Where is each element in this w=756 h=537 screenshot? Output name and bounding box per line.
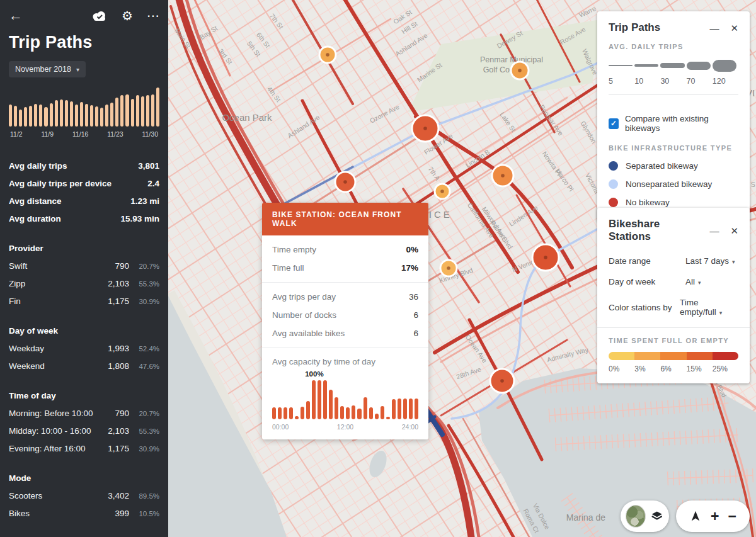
compass-arrow-icon[interactable] bbox=[689, 510, 702, 523]
line-width-legend bbox=[609, 59, 738, 72]
width-legend-segment bbox=[713, 60, 736, 72]
trip-paths-panel: Trip Paths — ✕ AVG. DAILY TRIPS 51030701… bbox=[597, 11, 750, 222]
summary-row: Avg distance1.23 mi bbox=[9, 192, 159, 210]
stat-label: Avg daily trips bbox=[9, 161, 67, 171]
stat-label: Avg distance bbox=[9, 196, 62, 206]
summary-row: Avg duration15.93 min bbox=[9, 210, 159, 227]
satellite-basemap-button[interactable] bbox=[626, 505, 646, 528]
axis-tick: 12:00 bbox=[321, 423, 369, 431]
bikeshare-panel-title: Bikeshare Stations bbox=[609, 218, 698, 243]
stat-label: Avg trips per day bbox=[272, 292, 336, 302]
chevron-down-icon: ▾ bbox=[719, 310, 723, 316]
row-value: 790 bbox=[96, 409, 129, 418]
chart-bar bbox=[346, 407, 350, 419]
row-label: Fin bbox=[9, 297, 96, 306]
chart-bar bbox=[39, 105, 42, 127]
legend-label: Nonseparated bikeway bbox=[626, 179, 712, 189]
station-marker-dot bbox=[544, 256, 547, 259]
capacity-chart-axis: 00:00 12:00 24:00 bbox=[272, 423, 418, 431]
row-label: Midday: 10:00 - 16:00 bbox=[9, 426, 96, 436]
axis-tick: 11/9 bbox=[41, 130, 54, 138]
row-value: 2,103 bbox=[96, 426, 129, 436]
bike-infrastructure-label: BIKE INFRASTRUCTURE TYPE bbox=[609, 144, 738, 152]
close-icon[interactable]: ✕ bbox=[730, 226, 738, 235]
minimize-icon[interactable]: — bbox=[709, 23, 719, 33]
back-icon[interactable]: ← bbox=[9, 9, 23, 23]
month-selector[interactable]: November 2018 ▾ bbox=[9, 61, 86, 77]
scale-label: 3% bbox=[634, 365, 660, 373]
section-title: Provider bbox=[9, 241, 159, 257]
stat-label: Avg daily trips per device bbox=[9, 179, 112, 188]
chart-bar bbox=[398, 399, 401, 419]
filter-row: Day of weekAll▾ bbox=[609, 271, 738, 292]
station-usage-stats: Avg trips per day36Number of docks6Avg a… bbox=[272, 288, 418, 342]
chart-bar bbox=[95, 106, 98, 127]
section-title: Mode bbox=[9, 471, 159, 487]
breakdown-row: Midday: 10:00 - 16:002,10355.3% bbox=[9, 422, 159, 439]
minimize-icon[interactable]: — bbox=[709, 226, 719, 235]
zoom-in-button[interactable]: + bbox=[711, 509, 719, 524]
filter-label: Day of week bbox=[609, 277, 685, 286]
page-title: Trip Paths bbox=[9, 33, 159, 52]
cloud-sync-icon[interactable] bbox=[91, 10, 108, 21]
chart-bar bbox=[80, 102, 83, 127]
chart-bar bbox=[301, 407, 304, 419]
chart-bar bbox=[369, 407, 373, 419]
station-marker-dot bbox=[326, 53, 329, 57]
breakdown-row: Swift79020.7% bbox=[9, 257, 159, 274]
station-marker-dot bbox=[518, 69, 522, 72]
map-label: Ocean Park bbox=[222, 112, 272, 123]
compare-bikeways-checkbox-row[interactable]: ✓ Compare with existing bikeways bbox=[597, 104, 750, 137]
width-legend-segment bbox=[660, 63, 684, 68]
scale-segment bbox=[634, 352, 660, 360]
infrastructure-legend: Separated bikewayNonseparated bikewayNo … bbox=[609, 157, 738, 212]
sidebar-header: ← ⚙ ⋯ bbox=[9, 8, 159, 24]
chart-bar bbox=[312, 380, 316, 419]
settings-icon[interactable]: ⚙ bbox=[122, 9, 133, 22]
filter-dropdown[interactable]: All▾ bbox=[685, 277, 701, 286]
zoom-out-button[interactable]: − bbox=[728, 509, 736, 524]
chart-bar bbox=[415, 399, 418, 419]
chart-bar bbox=[381, 406, 384, 419]
daily-trips-chart-axis: 11/211/911/1611/2311/30 bbox=[9, 130, 159, 138]
filter-row: Color stations byTime empty/full▾ bbox=[609, 292, 738, 322]
scale-label: 25% bbox=[713, 365, 738, 373]
capacity-chart bbox=[272, 380, 418, 419]
width-legend-label: 70 bbox=[687, 77, 713, 86]
chart-bar bbox=[9, 105, 12, 127]
popup-stat-row: Avg available bikes6 bbox=[272, 324, 418, 342]
close-icon[interactable]: ✕ bbox=[730, 23, 738, 33]
checkbox-checked[interactable]: ✓ bbox=[609, 118, 619, 129]
layers-icon[interactable] bbox=[650, 509, 664, 524]
breakdown-row: Weekday1,99352.4% bbox=[9, 339, 159, 357]
scale-segment bbox=[660, 352, 686, 360]
stat-value: 17% bbox=[401, 263, 418, 273]
more-menu-icon[interactable]: ⋯ bbox=[147, 9, 159, 22]
capacity-chart-annotation: 100% bbox=[305, 370, 323, 378]
chart-bar bbox=[272, 407, 276, 419]
row-percent: 55.3% bbox=[129, 427, 159, 435]
stat-label: Number of docks bbox=[272, 310, 336, 320]
axis-tick: 00:00 bbox=[272, 423, 321, 431]
section: ProviderSwift79020.7%Zipp2,10355.3%Fin1,… bbox=[9, 241, 159, 310]
scale-segment bbox=[609, 352, 634, 360]
row-value: 1,175 bbox=[96, 297, 129, 306]
axis-tick: 11/16 bbox=[72, 130, 89, 138]
filter-dropdown[interactable]: Time empty/full▾ bbox=[680, 298, 738, 317]
row-percent: 30.9% bbox=[129, 298, 159, 305]
legend-color-dot bbox=[609, 198, 618, 207]
axis-tick: 11/2 bbox=[10, 130, 23, 138]
chart-bar bbox=[131, 99, 134, 127]
legend-label: No bikeway bbox=[626, 198, 670, 207]
chart-bar bbox=[146, 95, 149, 127]
chart-bar bbox=[364, 397, 367, 419]
filter-dropdown[interactable]: Last 7 days▾ bbox=[685, 256, 735, 266]
basemap-controls bbox=[621, 500, 669, 532]
app: Ocean ParkVENICEPenmar MunicipalGolf Cou… bbox=[0, 0, 756, 537]
row-label: Evening: After 16:00 bbox=[9, 444, 96, 453]
stat-label: Time empty bbox=[272, 245, 316, 254]
infra-legend-item: Nonseparated bikeway bbox=[609, 175, 738, 193]
stat-value: 0% bbox=[406, 245, 418, 254]
chart-bar bbox=[136, 95, 139, 127]
row-label: Swift bbox=[9, 261, 96, 271]
